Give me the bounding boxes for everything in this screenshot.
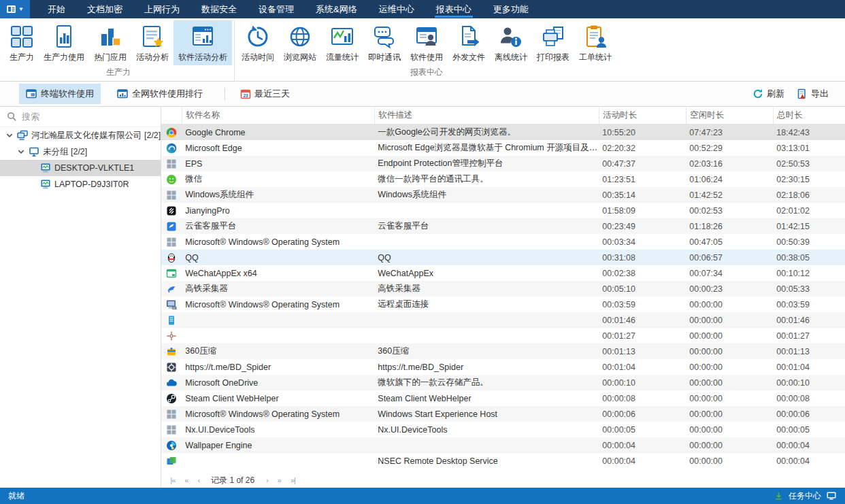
- table-row[interactable]: Microsoft® Windows® Operating System 00:…: [161, 234, 845, 250]
- ribbon-button[interactable]: 工单统计: [574, 20, 616, 65]
- last-page-button[interactable]: »|: [287, 476, 299, 484]
- table-row[interactable]: 高铁采集器 高铁采集器 00:05:10 00:00:23 00:05:33: [161, 281, 845, 297]
- ribbon-button[interactable]: 生产力: [5, 20, 39, 65]
- table-row[interactable]: 云雀客服平台 云雀客服平台 00:23:49 01:18:26 01:42:15: [161, 218, 845, 234]
- ribbon-button-label: 外发文件: [452, 52, 485, 63]
- table-row[interactable]: Windows系统组件 Windows系统组件 00:35:14 01:42:5…: [161, 187, 845, 203]
- cell-total-time: 00:00:05: [773, 425, 845, 435]
- menu-item[interactable]: 设备管理: [248, 0, 305, 18]
- cell-idle-time: 07:47:23: [686, 128, 773, 137]
- column-header[interactable]: 空闲时长: [686, 107, 773, 124]
- org-icon: [17, 130, 28, 141]
- monitor-status-icon[interactable]: [826, 490, 837, 501]
- tree-node[interactable]: 未分组 [2/2]: [0, 144, 161, 160]
- menu-item[interactable]: 运维中心: [368, 0, 425, 18]
- table-row[interactable]: Microsoft Edge Microsoft Edge浏览器是微软基于 Ch…: [161, 140, 845, 156]
- cell-total-time: 03:13:01: [773, 144, 845, 153]
- ribbon-button[interactable]: 活动分析: [131, 20, 173, 65]
- refresh-button[interactable]: 刷新: [752, 88, 784, 100]
- table-row[interactable]: Microsoft® Windows® Operating System 远程桌…: [161, 297, 845, 312]
- menu-item[interactable]: 开始: [37, 0, 76, 18]
- tree-node[interactable]: 河北瀚星辰文化传媒有限公司 [2/2]: [0, 127, 161, 144]
- ribbon-button[interactable]: 生产力使用: [39, 20, 89, 65]
- menu-item[interactable]: 系统&网络: [305, 0, 368, 18]
- ribbon-button-label: 浏览网站: [284, 52, 316, 63]
- column-header[interactable]: 总时长: [773, 107, 845, 124]
- ribbon-button[interactable]: 即时通讯: [363, 20, 405, 65]
- menu-item[interactable]: 文档加密: [76, 0, 133, 18]
- search-icon: [7, 112, 17, 122]
- table-row[interactable]: 微信 微信一款跨平台的通讯工具。 01:23:51 01:06:24 02:30…: [161, 171, 845, 187]
- cell-name: 高铁采集器: [182, 283, 374, 295]
- table-row[interactable]: WeChatAppEx x64 WeChatAppEx 00:02:38 00:…: [161, 265, 845, 281]
- device-sidebar: 搜索 河北瀚星辰文化传媒有限公司 [2/2] 未分组 [2/2] DESKTOP…: [0, 107, 161, 488]
- ribbon-button[interactable]: 软件活动分析: [173, 20, 232, 65]
- search-box[interactable]: 搜索: [0, 107, 161, 127]
- table-row[interactable]: Wallpaper Engine 00:00:04 00:00:00 00:00…: [161, 437, 845, 453]
- ribbon-button[interactable]: 离线统计: [490, 20, 532, 65]
- win-icon: [166, 237, 177, 248]
- ribbon-button[interactable]: 打印报表: [532, 20, 574, 65]
- globe-icon: [288, 24, 312, 49]
- refresh-icon: [752, 88, 763, 99]
- ribbon-button[interactable]: 浏览网站: [279, 20, 321, 65]
- menu-item[interactable]: 数据安全: [190, 0, 248, 18]
- date-filter-button[interactable]: 23最近三天: [240, 88, 290, 100]
- cell-active-time: 01:58:09: [599, 206, 686, 216]
- table-row[interactable]: Microsoft® Windows® Operating System Win…: [161, 406, 845, 422]
- ribbon-button[interactable]: 软件使用: [405, 20, 448, 65]
- ribbon-button[interactable]: 流量统计: [321, 20, 363, 65]
- fast-prev-button[interactable]: «: [181, 476, 191, 484]
- cell-total-time: 00:03:59: [773, 300, 845, 309]
- table-row[interactable]: Steam Client WebHelper Steam Client WebH…: [161, 390, 845, 406]
- app-menu-button[interactable]: ▼: [0, 0, 30, 18]
- cell-name: Microsoft OneDrive: [182, 378, 374, 388]
- ribbon-button[interactable]: 活动时间: [237, 20, 279, 65]
- first-page-button[interactable]: |«: [167, 476, 178, 484]
- zip360-icon: [166, 346, 177, 357]
- menu-item[interactable]: 报表中心: [425, 0, 482, 18]
- win-icon: [166, 158, 177, 169]
- tree-node[interactable]: LAPTOP-D9J3IT0R: [0, 176, 161, 192]
- ribbon-button[interactable]: 热门应用: [89, 20, 131, 65]
- export-button[interactable]: 导出: [797, 88, 829, 100]
- window-rank-icon: [117, 88, 128, 99]
- table-row[interactable]: EPS Endpoint Protection管理控制平台 00:47:37 0…: [161, 156, 845, 171]
- cell-active-time: 00:02:38: [599, 269, 686, 278]
- task-center-link[interactable]: 任务中心: [789, 490, 821, 502]
- chevron-down-icon[interactable]: [5, 131, 14, 139]
- bar-chart-icon: [98, 24, 122, 49]
- table-row[interactable]: Microsoft OneDrive 微软旗下的一款云存储产品。 00:00:1…: [161, 375, 845, 390]
- table-row[interactable]: 00:01:27 00:00:00 00:01:27: [161, 328, 845, 343]
- cell-name: 微信: [182, 173, 374, 185]
- chevron-down-icon[interactable]: [17, 148, 25, 156]
- table-row[interactable]: https://t.me/BD_Spider https://t.me/BD_S…: [161, 359, 845, 375]
- table-row[interactable]: 00:01:46 00:00:00 00:01:46: [161, 312, 845, 328]
- table-row[interactable]: Google Chrome 一款Google公司开发的网页浏览器。 10:55:…: [161, 124, 845, 140]
- next-page-button[interactable]: ›: [263, 476, 271, 484]
- nsec-icon: [166, 456, 177, 467]
- fast-next-button[interactable]: »: [274, 476, 284, 484]
- window-tab-icon: [26, 88, 37, 99]
- table-row[interactable]: 360压缩 360压缩 00:01:13 00:00:00 00:01:13: [161, 343, 845, 359]
- tab[interactable]: 终端软件使用: [19, 84, 101, 104]
- bluetool-icon: [166, 284, 177, 295]
- cell-total-time: 00:38:05: [773, 253, 845, 263]
- column-header[interactable]: 活动时长: [599, 107, 686, 124]
- tab[interactable]: 全网软件使用排行: [110, 84, 210, 104]
- column-header[interactable]: 软件描述: [374, 107, 599, 124]
- table-row[interactable]: QQ QQ 00:31:08 00:06:57 00:38:05: [161, 250, 845, 265]
- download-icon[interactable]: [774, 491, 784, 501]
- tree-node[interactable]: DESKTOP-VLKTLE1: [0, 160, 161, 176]
- prev-page-button[interactable]: ‹: [194, 476, 203, 484]
- ribbon-button[interactable]: 外发文件: [448, 20, 490, 65]
- menu-item[interactable]: 上网行为: [133, 0, 190, 18]
- cell-total-time: 18:42:43: [773, 128, 845, 137]
- column-header[interactable]: 软件名称: [182, 107, 374, 124]
- cell-active-time: 00:03:34: [599, 237, 686, 247]
- table-row[interactable]: JianyingPro 01:58:09 00:02:53 02:01:02: [161, 203, 845, 218]
- menu-item[interactable]: 更多功能: [482, 0, 540, 18]
- table-row[interactable]: NSEC Remote Desktop Service 00:00:04 00:…: [161, 453, 845, 469]
- table-row[interactable]: Nx.UI.DeviceTools Nx.UI.DeviceTools 00:0…: [161, 422, 845, 437]
- ribbon-toolbar: 生产力 生产力使用 热门应用 活动分析 软件活动分析 生产力 活动时间 浏览网站: [0, 18, 845, 82]
